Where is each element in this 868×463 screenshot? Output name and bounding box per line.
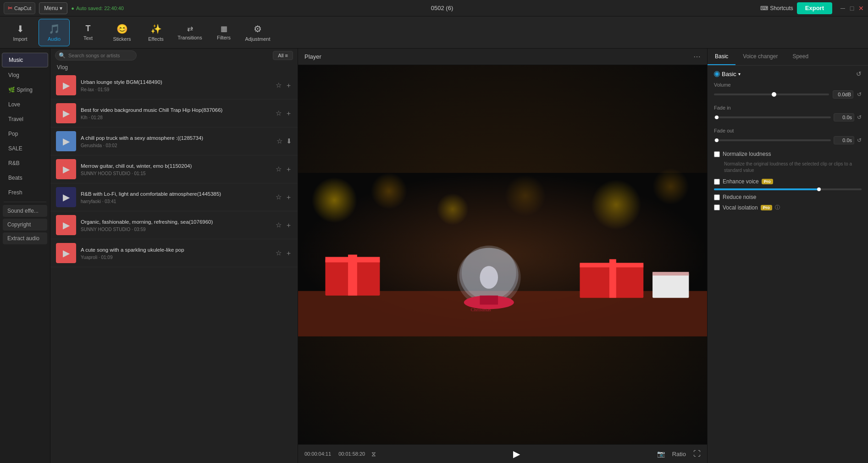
music-thumbnail: ▶ — [56, 243, 76, 263]
sidebar-item-spring[interactable]: 🌿 Spring — [2, 83, 48, 97]
tool-import[interactable]: ⬇ Import — [5, 19, 36, 46]
enhance-thumb[interactable] — [817, 187, 821, 191]
svg-rect-19 — [580, 263, 643, 267]
all-filter-button[interactable]: All ≡ — [273, 51, 293, 60]
add-button[interactable]: ＋ — [285, 109, 292, 118]
player-menu-button[interactable]: ⋯ — [693, 52, 701, 61]
tab-basic[interactable]: Basic — [708, 49, 735, 65]
list-item[interactable]: ▶ Merrow guitar, chill out, winter, emo … — [50, 155, 298, 183]
favorite-button[interactable]: ☆ — [276, 137, 282, 145]
tool-filters[interactable]: ▦ Filters — [208, 19, 239, 46]
sidebar-item-music[interactable]: Music — [2, 53, 48, 67]
menu-button[interactable]: Menu ▾ — [39, 2, 67, 14]
topbar-right: ⌨ Shortcuts Export ─ □ ✕ — [760, 2, 864, 14]
sidebar-item-travel[interactable]: Travel — [2, 112, 48, 126]
fade-out-reset[interactable]: ↺ — [857, 137, 862, 143]
music-info: Urban lounge style BGM(1148490) Re-lax ·… — [81, 78, 271, 92]
favorite-button[interactable]: ☆ — [276, 109, 282, 117]
favorite-button[interactable]: ☆ — [276, 249, 282, 257]
minimize-button[interactable]: ─ — [840, 5, 846, 11]
download-button[interactable]: ⬇ — [286, 137, 292, 145]
filter-icon: ≡ — [285, 53, 288, 58]
sidebar-item-sale[interactable]: SALE — [2, 142, 48, 155]
fade-out-slider[interactable] — [714, 139, 831, 141]
fullscreen-button[interactable]: ⛶ — [693, 450, 701, 458]
music-title: Best for video background music Chill Tr… — [81, 106, 271, 114]
music-meta: Klh · 01:28 — [81, 115, 271, 120]
enhance-checkbox[interactable] — [714, 179, 720, 185]
filters-icon: ▦ — [221, 24, 227, 33]
reduce-checkbox[interactable] — [714, 194, 720, 200]
add-button[interactable]: ＋ — [285, 249, 292, 258]
list-item[interactable]: ▶ R&B with Lo-Fi, light and comfortable … — [50, 183, 298, 211]
search-input[interactable] — [55, 50, 137, 61]
export-button[interactable]: Export — [797, 2, 832, 14]
tab-voice-changer[interactable]: Voice changer — [735, 49, 785, 65]
enhance-voice-slider[interactable] — [714, 188, 862, 190]
play-button[interactable]: ▶ — [513, 448, 520, 459]
tool-transitions[interactable]: ⇄ Transitions — [174, 19, 205, 46]
list-item[interactable]: ▶ Organic, fashionable, morning, refresh… — [50, 211, 298, 239]
normalize-label: Normalize loudness — [723, 151, 771, 157]
list-item[interactable]: ▶ A cute song with a sparkling ukulele-l… — [50, 239, 298, 267]
list-item[interactable]: ▶ A chill pop truck with a sexy atmosphe… — [50, 127, 298, 155]
favorite-button[interactable]: ☆ — [276, 165, 282, 173]
normalize-checkbox[interactable] — [714, 151, 720, 157]
refresh-button[interactable]: ↺ — [856, 70, 862, 77]
fade-out-thumb[interactable] — [715, 138, 719, 142]
sidebar-item-beats[interactable]: Beats — [2, 171, 48, 185]
volume-reset-button[interactable]: ↺ — [857, 91, 862, 98]
timecode-icon: ⧖ — [371, 450, 376, 458]
svg-point-6 — [652, 168, 689, 204]
sidebar-item-copyright[interactable]: Copyright — [3, 219, 47, 231]
favorite-button[interactable]: ☆ — [276, 81, 282, 89]
add-button[interactable]: ＋ — [285, 165, 292, 174]
music-title: Merrow guitar, chill out, winter, emo b(… — [81, 162, 271, 170]
sidebar-item-fresh[interactable]: Fresh — [2, 186, 48, 199]
shortcuts-button[interactable]: ⌨ Shortcuts — [760, 5, 793, 11]
ratio-button[interactable]: Ratio — [669, 450, 690, 458]
tool-adjustment[interactable]: ⚙ Adjustment — [242, 19, 273, 46]
menu-label: Menu — [44, 5, 58, 11]
music-thumbnail: ▶ — [56, 103, 76, 123]
fade-in-slider[interactable] — [714, 116, 831, 118]
screenshot-button[interactable]: 📷 — [657, 450, 665, 457]
sidebar-item-sound-effects[interactable]: Sound effe... — [3, 205, 47, 217]
favorite-button[interactable]: ☆ — [276, 193, 282, 201]
fade-in-thumb[interactable] — [715, 116, 719, 119]
tool-text[interactable]: T Text — [72, 19, 104, 46]
add-button[interactable]: ＋ — [285, 193, 292, 202]
sidebar-item-vlog[interactable]: Vlog — [2, 68, 48, 82]
music-title: Organic, fashionable, morning, refreshin… — [81, 218, 271, 226]
fade-in-reset[interactable]: ↺ — [857, 114, 862, 121]
close-button[interactable]: ✕ — [858, 5, 864, 11]
music-title: Urban lounge style BGM(1148490) — [81, 78, 271, 86]
list-item[interactable]: ▶ Urban lounge style BGM(1148490) Re-lax… — [50, 72, 298, 99]
add-button[interactable]: ＋ — [285, 81, 292, 90]
volume-slider[interactable] — [714, 94, 829, 95]
sidebar-item-pop[interactable]: Pop — [2, 127, 48, 141]
enhance-pro-badge: Pro — [762, 179, 773, 184]
favorite-button[interactable]: ☆ — [276, 221, 282, 229]
reduce-label: Reduce noise — [723, 194, 756, 200]
tab-speed[interactable]: Speed — [785, 49, 816, 65]
fade-in-row: 0.0s ↺ — [714, 113, 862, 121]
music-actions: ☆ ＋ — [276, 249, 292, 258]
basic-dropdown-icon: ▾ — [738, 72, 741, 77]
vocal-checkbox[interactable] — [714, 204, 720, 210]
tool-audio[interactable]: 🎵 Audio — [39, 19, 70, 46]
basic-section-label: Basic — [722, 71, 736, 77]
maximize-button[interactable]: □ — [849, 5, 855, 11]
tool-stickers[interactable]: 😊 Stickers — [106, 19, 138, 46]
sidebar-item-rnb[interactable]: R&B — [2, 156, 48, 170]
list-item[interactable]: ▶ Best for video background music Chill … — [50, 99, 298, 127]
sidebar-item-love[interactable]: Love — [2, 98, 48, 111]
player-video: Christmas — [298, 65, 707, 444]
sidebar-item-extract-audio[interactable]: Extract audio — [3, 232, 47, 244]
tool-effects[interactable]: ✨ Effects — [140, 19, 171, 46]
volume-thumb[interactable] — [772, 92, 776, 97]
svg-point-2 — [371, 173, 407, 209]
music-thumbnail: ▶ — [56, 131, 76, 151]
add-button[interactable]: ＋ — [285, 221, 292, 230]
basic-radio[interactable] — [714, 71, 720, 77]
